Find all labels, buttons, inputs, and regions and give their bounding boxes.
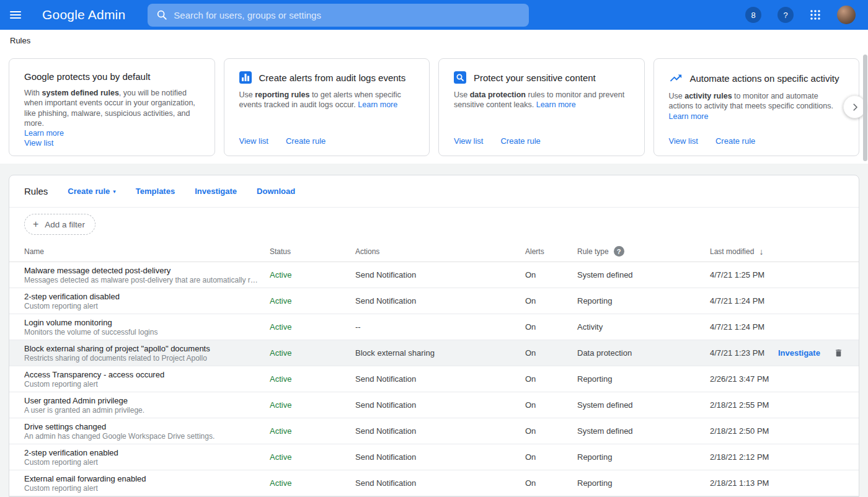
- bar-chart-icon: [239, 71, 252, 84]
- create-rule-menu-button[interactable]: Create rule ▾: [68, 187, 115, 196]
- hamburger-menu-icon[interactable]: [10, 6, 27, 24]
- rule-type: Reporting: [577, 452, 710, 462]
- rule-status: Active: [270, 452, 355, 462]
- rule-last-modified: 4/7/21 1:25 PM: [710, 270, 778, 279]
- rule-description: Restricts sharing of documents related t…: [24, 354, 260, 363]
- table-row[interactable]: 2-step verification enabled Custom repor…: [9, 444, 859, 470]
- rule-type: Reporting: [577, 374, 710, 384]
- learn-more-link[interactable]: Learn more: [24, 129, 64, 138]
- investigate-toolbar-link[interactable]: Investigate: [195, 187, 237, 196]
- rule-type: Activity: [577, 322, 710, 332]
- learn-more-link[interactable]: Learn more: [536, 100, 576, 109]
- column-header-last-modified[interactable]: Last modified ↓: [710, 247, 778, 257]
- card-title: Create alerts from audit logs events: [259, 73, 406, 83]
- info-cards-row: Google protects you by default With syst…: [0, 51, 868, 164]
- create-rule-link[interactable]: Create rule: [715, 136, 755, 146]
- rule-name: Block external sharing of project "apoll…: [24, 344, 260, 353]
- card-data-protection: Protect your sensitive content Use data …: [438, 58, 645, 156]
- rule-status: Active: [270, 400, 355, 410]
- column-header-actions[interactable]: Actions: [355, 247, 525, 256]
- rule-description: A user is granted an admin privilege.: [24, 406, 260, 415]
- card-title: Automate actions on specific activity: [690, 73, 839, 84]
- view-list-link[interactable]: View list: [669, 136, 698, 146]
- add-filter-button[interactable]: + Add a filter: [24, 214, 95, 235]
- learn-more-link[interactable]: Learn more: [358, 100, 397, 109]
- rule-alerts: On: [525, 426, 577, 436]
- column-header-rule-type[interactable]: Rule type ?: [577, 246, 710, 257]
- rule-alerts: On: [525, 400, 577, 410]
- chevron-down-icon: ▾: [113, 188, 116, 195]
- scrollbar-thumb[interactable]: [863, 55, 867, 161]
- trending-up-icon: [669, 71, 683, 85]
- rule-type: System defined: [577, 270, 710, 279]
- rule-status: Active: [270, 270, 355, 279]
- rule-name: External email forwarding enabled: [24, 474, 260, 483]
- card-activity-rules: Automate actions on specific activity Us…: [653, 58, 860, 156]
- rule-alerts: On: [525, 296, 577, 306]
- rule-description: Custom reporting alert: [24, 302, 260, 310]
- rule-actions-value: Send Notification: [355, 452, 525, 462]
- table-row[interactable]: Block external sharing of project "apoll…: [9, 340, 859, 366]
- apps-grid-icon[interactable]: [810, 9, 821, 20]
- rule-alerts: On: [525, 452, 577, 462]
- rule-name: 2-step verification disabled: [24, 292, 260, 301]
- rule-name-cell: Malware message detected post-delivery M…: [24, 266, 270, 284]
- download-link[interactable]: Download: [257, 187, 295, 196]
- rule-name: Login volume monitoring: [24, 318, 260, 327]
- top-app-bar: Google Admin 8 ?: [0, 0, 868, 30]
- create-rule-link[interactable]: Create rule: [286, 136, 326, 146]
- rule-last-modified: 4/7/21 1:24 PM: [710, 322, 778, 332]
- search-icon: [156, 9, 167, 20]
- create-rule-link[interactable]: Create rule: [500, 136, 540, 146]
- column-header-alerts[interactable]: Alerts: [525, 247, 577, 256]
- rule-name-cell: Login volume monitoring Monitors the vol…: [24, 318, 270, 336]
- rule-name: Malware message detected post-delivery: [24, 266, 260, 275]
- table-row[interactable]: Login volume monitoring Monitors the vol…: [9, 314, 859, 340]
- help-icon[interactable]: ?: [614, 246, 624, 257]
- rule-name-cell: Drive settings changed An admin has chan…: [24, 422, 270, 441]
- table-row[interactable]: Drive settings changed An admin has chan…: [9, 418, 859, 444]
- investigate-link[interactable]: Investigate: [778, 348, 820, 358]
- table-row[interactable]: Malware message detected post-delivery M…: [9, 262, 859, 288]
- rule-alerts: On: [525, 270, 577, 279]
- rule-alerts: On: [525, 478, 577, 488]
- column-header-name[interactable]: Name: [24, 247, 270, 256]
- rule-description: Monitors the volume of successful logins: [24, 328, 260, 336]
- table-row[interactable]: User granted Admin privilege A user is g…: [9, 392, 859, 418]
- user-avatar[interactable]: [837, 6, 856, 24]
- learn-more-link[interactable]: Learn more: [669, 112, 709, 121]
- rule-status: Active: [270, 478, 355, 488]
- rule-name-cell: Access Transparency - access occured Cus…: [24, 370, 270, 389]
- rule-actions-value: --: [355, 322, 525, 332]
- table-header: Name Status Actions Alerts Rule type ? L…: [9, 241, 859, 262]
- row-hover-actions: Investigate: [778, 348, 849, 358]
- view-list-link[interactable]: View list: [24, 138, 53, 147]
- breadcrumb[interactable]: Rules: [0, 30, 868, 51]
- rule-alerts: On: [525, 322, 577, 332]
- plus-icon: +: [33, 219, 38, 229]
- templates-link[interactable]: Templates: [136, 187, 175, 196]
- column-header-status[interactable]: Status: [270, 247, 355, 256]
- help-button[interactable]: ?: [777, 7, 794, 23]
- table-row[interactable]: External email forwarding enabled Custom…: [9, 470, 859, 496]
- rule-name-cell: User granted Admin privilege A user is g…: [24, 396, 270, 415]
- rules-table-body: Malware message detected post-delivery M…: [9, 262, 859, 496]
- rule-type: Data protection: [577, 348, 710, 358]
- rule-actions-value: Send Notification: [355, 400, 525, 410]
- card-title: Google protects you by default: [24, 71, 150, 82]
- data-protection-icon: [454, 71, 466, 84]
- rule-type: Reporting: [577, 478, 710, 488]
- rule-last-modified: 4/7/21 1:24 PM: [710, 296, 778, 306]
- view-list-link[interactable]: View list: [239, 136, 268, 146]
- rule-name: Access Transparency - access occured: [24, 370, 260, 379]
- table-row[interactable]: 2-step verification disabled Custom repo…: [9, 288, 859, 314]
- notifications-badge[interactable]: 8: [745, 7, 761, 23]
- view-list-link[interactable]: View list: [454, 136, 483, 146]
- rule-name: 2-step verification enabled: [24, 448, 260, 457]
- search-bar[interactable]: [148, 4, 529, 27]
- table-row[interactable]: Access Transparency - access occured Cus…: [9, 366, 859, 392]
- rule-alerts: On: [525, 374, 577, 384]
- delete-button[interactable]: [834, 348, 843, 358]
- search-input[interactable]: [174, 10, 520, 20]
- rule-last-modified: 2/18/21 2:55 PM: [710, 400, 778, 410]
